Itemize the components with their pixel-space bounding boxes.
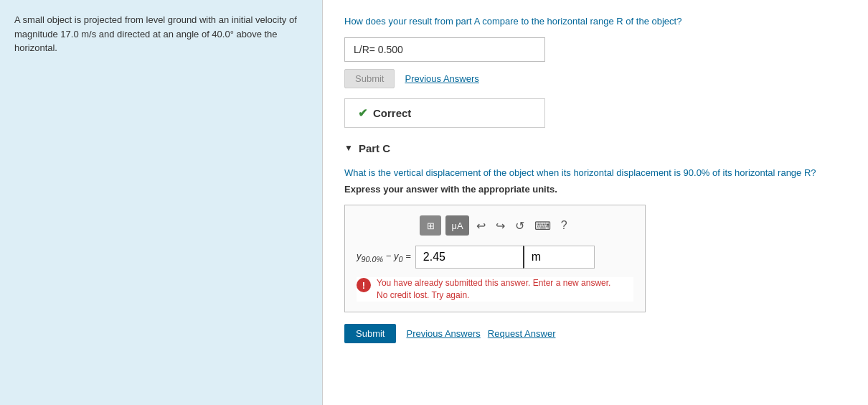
help-button[interactable]: ? xyxy=(558,215,570,236)
problem-description: A small object is projected from level g… xyxy=(0,0,323,405)
problem-text: A small object is projected from level g… xyxy=(14,13,308,55)
part-c-question-text: What is the vertical displacement of the… xyxy=(344,167,816,178)
part-c-request-answer-link[interactable]: Request Answer xyxy=(488,328,556,339)
warning-text: You have already submitted this answer. … xyxy=(377,277,610,302)
part-c-submit-button[interactable]: Submit xyxy=(344,324,396,343)
warning-line2: No credit lost. Try again. xyxy=(377,289,610,302)
right-panel: How does your result from part A compare… xyxy=(323,0,868,405)
warning-line1: You have already submitted this answer. … xyxy=(377,277,610,289)
part-c-question: What is the vertical displacement of the… xyxy=(344,166,846,180)
math-input-row: y90.0% − y0 = xyxy=(357,246,633,269)
answer-input[interactable] xyxy=(415,246,523,269)
correct-check-icon: ✔ xyxy=(358,106,367,120)
mu-button[interactable]: μA xyxy=(445,215,468,236)
part-b-correct-box: ✔ Correct xyxy=(344,98,545,128)
unit-input[interactable] xyxy=(523,246,595,269)
part-c-prev-answers-link[interactable]: Previous Answers xyxy=(406,328,480,339)
math-equation-label: y90.0% − y0 = xyxy=(357,251,411,264)
mu-icon: μA xyxy=(451,220,463,231)
undo-icon: ↩ xyxy=(476,219,486,233)
part-c-instruction: Express your answer with the appropriate… xyxy=(344,184,846,195)
keyboard-button[interactable]: ⌨ xyxy=(532,215,554,236)
part-c-header: ▼ Part C xyxy=(344,142,846,154)
grid-button[interactable]: ⊞ xyxy=(420,215,441,236)
warning-icon: ! xyxy=(357,278,371,292)
undo-button[interactable]: ↩ xyxy=(473,215,489,236)
math-toolbar: ⊞ μA ↩ ↪ ↺ ⌨ ? xyxy=(357,215,633,236)
part-b-submit-row: Submit Previous Answers xyxy=(344,69,846,88)
part-c-arrow-icon: ▼ xyxy=(344,143,353,153)
correct-label: Correct xyxy=(373,107,411,119)
keyboard-icon: ⌨ xyxy=(534,219,551,233)
part-c-input-area: ⊞ μA ↩ ↪ ↺ ⌨ ? y90.0% − y0 = xyxy=(344,205,646,312)
part-c-submit-row: Submit Previous Answers Request Answer xyxy=(344,324,846,343)
redo-icon: ↪ xyxy=(496,219,505,233)
help-icon: ? xyxy=(561,219,567,232)
part-b-answer-value: L/R= 0.500 xyxy=(354,44,403,55)
part-b-prev-answers-link[interactable]: Previous Answers xyxy=(405,73,478,84)
refresh-icon: ↺ xyxy=(515,219,524,233)
part-b-question: How does your result from part A compare… xyxy=(344,14,846,29)
part-b-submit-button: Submit xyxy=(344,69,395,88)
refresh-button[interactable]: ↺ xyxy=(512,215,527,236)
warning-row: ! You have already submitted this answer… xyxy=(357,277,633,302)
part-c-title: Part C xyxy=(359,142,390,154)
redo-button[interactable]: ↪ xyxy=(493,215,508,236)
part-b-answer-box: L/R= 0.500 xyxy=(344,37,545,62)
grid-icon: ⊞ xyxy=(427,220,435,231)
